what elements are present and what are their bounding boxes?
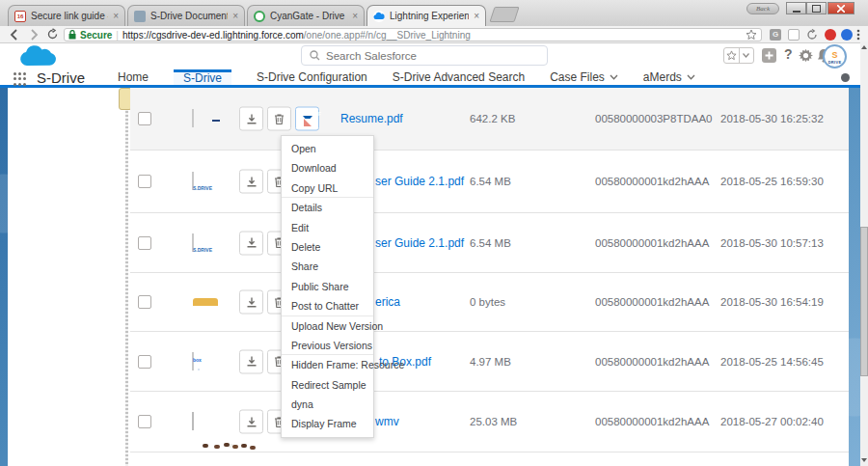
row-checkbox[interactable] [138,112,151,125]
download-button[interactable] [239,231,263,255]
file-row-folder[interactable]: erica 0 bytes 00580000001kd2hAAA 2018-05… [130,273,849,332]
browser-tab-2[interactable]: S-Drive Documentation | × [127,5,245,26]
chevron-down-icon [687,74,695,80]
download-button[interactable] [239,410,263,434]
row-checkbox[interactable] [138,355,151,369]
setup-gear-icon[interactable] [799,48,813,63]
download-button[interactable] [239,349,263,373]
row-checkbox[interactable] [138,236,151,250]
app-launcher-icon[interactable] [14,72,27,86]
file-row-resume[interactable]: PDF Resume.pdf 642.2 KB 00580000003P8TDA… [130,88,849,151]
row-checkbox[interactable] [138,175,151,188]
file-thumbnail-horses-beach[interactable] [192,413,194,430]
page-scrollbar[interactable] [860,41,868,466]
file-row-user-guide-1[interactable]: S.DRIVE ser Guide 2.1.pdf 6.54 MB 005800… [130,151,849,213]
menu-item-post-to-chatter[interactable]: Post to Chatter [282,296,373,315]
nav-edit-dot-icon[interactable] [841,73,850,82]
extension-g-icon[interactable]: G [770,29,781,41]
refresh-icon[interactable] [46,28,60,41]
close-tab-icon[interactable]: × [474,12,479,21]
menu-item-details[interactable]: Details [282,198,373,217]
maximize-button[interactable] [806,2,827,14]
menu-item-delete[interactable]: Delete [282,237,373,257]
global-search-box[interactable] [301,45,548,66]
back-icon[interactable] [8,28,21,41]
scrollbar-thumb[interactable] [860,227,868,376]
nav-tab-sdrive-configuration[interactable]: S-Drive Configuration [257,69,367,85]
browser-tab-1[interactable]: 16 Secure link guide - bfene × [8,5,125,26]
nav-tab-sdrive[interactable]: S-Drive [174,69,231,85]
file-row-box-pdf[interactable]: box to Box.pdf 4.97 MB 00580000001kd2hAA… [130,332,849,392]
modified-date: 2018-05-27 00:02:40 [720,416,824,427]
menu-item-download[interactable]: Download [282,158,373,178]
user-avatar[interactable]: S DRIVE [823,44,847,69]
menu-item-public-share[interactable]: Public Share [282,277,373,296]
browser-tab-3[interactable]: CyanGate - Drive × [247,5,365,26]
bookmark-star-icon[interactable] [746,29,757,41]
file-thumbnail-resume-document[interactable] [192,110,194,127]
quick-create-plus-icon[interactable] [762,48,776,63]
extension-blue-icon[interactable] [841,29,853,41]
file-thumbnail-sdrive-user-guide[interactable]: S.DRIVE [192,234,194,252]
file-name-link[interactable]: wmv [375,415,399,428]
menu-item-redirect-sample[interactable]: Redirect Sample [282,375,373,395]
address-bar[interactable]: Secure | https://cgsdrive-dev-ed.lightni… [64,28,762,41]
row-checkbox[interactable] [138,415,151,428]
download-button[interactable] [239,107,263,131]
menu-item-display-frame[interactable]: Display Frame [282,414,373,433]
minimize-button[interactable] [786,2,806,14]
scroll-up-icon[interactable] [861,45,867,49]
new-tab-button[interactable] [489,7,519,22]
extension-red-icon[interactable] [825,29,836,41]
secure-label: Secure [80,30,112,41]
close-tab-icon[interactable]: × [113,12,119,21]
salesforce-logo-icon[interactable] [17,44,58,69]
file-name-link[interactable]: ser Guide 2.1.pdf [375,175,464,188]
forward-icon[interactable] [27,28,41,41]
search-input[interactable] [326,50,539,62]
download-button[interactable] [239,170,263,194]
menu-item-copy-url[interactable]: Copy URL [282,178,373,198]
file-name-link[interactable]: ser Guide 2.1.pdf [375,236,464,250]
scroll-down-icon[interactable] [861,458,867,462]
record-id: 00580000001kd2hAAA [595,356,709,368]
file-row-wmv-video[interactable]: wmv 25.03 MB 00580000001kd2hAAA 2018-05-… [130,392,849,452]
favorites-dropdown-icon[interactable] [739,48,754,63]
file-name-link[interactable]: Resume.pdf [340,112,403,125]
gray-doc-favicon-icon [134,11,146,22]
menu-item-open[interactable]: Open [282,139,373,158]
favorite-star-icon[interactable] [724,48,739,63]
row-checkbox[interactable] [138,295,151,309]
menu-item-previous-versions[interactable]: Previous Versions [282,336,373,355]
download-button[interactable] [239,290,263,315]
menu-item-share[interactable]: Share [282,257,373,276]
browser-menu-icon[interactable] [856,29,860,41]
delete-trash-button[interactable] [267,107,291,131]
file-thumbnail-box-guide[interactable]: box [192,353,194,370]
salesforce-header: ? S DRIVE [0,43,868,69]
file-thumbnail-sdrive-user-guide[interactable]: S.DRIVE [192,173,194,190]
extension-sync-icon[interactable] [806,29,818,41]
menu-item-hidden-frame-resource[interactable]: Hidden Frame: Resource [282,355,373,374]
nav-tab-home[interactable]: Home [118,69,149,85]
extension-square-icon[interactable] [788,29,800,41]
menu-item-dyna[interactable]: dyna [282,395,373,414]
file-name-link[interactable]: erica [375,295,400,309]
favorites-control[interactable] [723,47,754,64]
menu-item-edit[interactable]: Edit [282,218,373,237]
close-window-button[interactable] [827,2,854,14]
nav-tab-amerds[interactable]: aMerds [643,69,695,85]
help-icon[interactable]: ? [784,46,793,62]
file-size: 6.54 MB [470,237,511,249]
close-tab-icon[interactable]: × [232,12,238,21]
browser-tab-4-active[interactable]: Lightning Experience | Sa × [366,5,486,26]
file-size: 4.97 MB [470,356,511,368]
nav-tab-sdrive-advanced-search[interactable]: S-Drive Advanced Search [393,69,525,85]
menu-item-upload-new-version[interactable]: Upload New Version [282,316,373,336]
tab-title: Lightning Experience | Sa [390,11,469,21]
tab-title: Secure link guide - bfene [31,11,108,21]
nav-tab-case-files[interactable]: Case Files [550,69,618,85]
red-16-favicon-icon: 16 [14,11,26,22]
file-row-user-guide-2[interactable]: S.DRIVE ser Guide 2.1.pdf 6.54 MB 005800… [130,213,849,273]
close-tab-icon[interactable]: × [352,12,358,21]
